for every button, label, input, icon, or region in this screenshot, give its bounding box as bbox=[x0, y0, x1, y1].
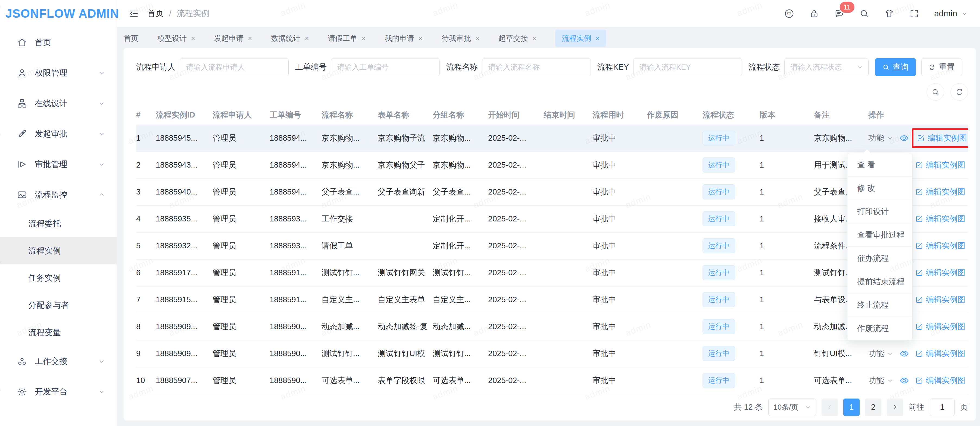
chevron-right-icon bbox=[891, 404, 899, 411]
process-instance-table: # 流程实例ID 流程申请人 工单编号 流程名称 表单名称 分组名称 开始时间 … bbox=[136, 105, 968, 394]
prev-page-button[interactable] bbox=[822, 399, 838, 416]
menu-item-view-approval-process[interactable]: 查看审批过程 bbox=[847, 223, 912, 247]
menu-item-view[interactable]: 查 看 bbox=[847, 153, 912, 177]
edit-instance-link[interactable]: 编辑实例图 bbox=[915, 348, 965, 359]
view-instance-button[interactable] bbox=[899, 133, 909, 143]
tab-start-request[interactable]: 发起申请× bbox=[214, 34, 252, 43]
menu-item-print-design[interactable]: 打印设计 bbox=[847, 200, 912, 223]
table-row[interactable]: 9 18885909... 管理员 1888590... 测试钉钉... 测试钉… bbox=[136, 340, 968, 367]
sidebar-item-process-monitor[interactable]: 流程监控 bbox=[0, 180, 116, 210]
top-header: 首页 / 流程实例 中 11 admin bbox=[117, 0, 980, 27]
table-row[interactable]: 2 18885943... 管理员 1888594... 京东购物... 京东购… bbox=[136, 152, 968, 179]
table-header: # 流程实例ID 流程申请人 工单编号 流程名称 表单名称 分组名称 开始时间 … bbox=[136, 105, 968, 124]
tab-close-icon[interactable]: × bbox=[191, 34, 195, 43]
sidebar-item-home[interactable]: 首页 bbox=[0, 27, 116, 57]
sidebar-item-dev-platform[interactable]: 开发平台 bbox=[0, 377, 116, 407]
sidebar-subitem-process-variable[interactable]: 流程变量 bbox=[0, 319, 116, 346]
sidebar-item-approval-mgmt[interactable]: 审批管理 bbox=[0, 149, 116, 180]
status-badge: 运行中 bbox=[703, 158, 735, 172]
menu-item-urge-process[interactable]: 催办流程 bbox=[847, 247, 912, 270]
menu-item-invalidate-process[interactable]: 作废流程 bbox=[847, 317, 912, 340]
theme-button[interactable] bbox=[885, 9, 894, 19]
sidebar-subitem-process-delegate[interactable]: 流程委托 bbox=[0, 210, 116, 237]
next-page-button[interactable] bbox=[887, 399, 903, 416]
sidebar-subitem-task-instance[interactable]: 任务实例 bbox=[0, 265, 116, 292]
row-function-menu-trigger[interactable]: 功能 bbox=[868, 348, 893, 359]
app-logo: JSONFLOW ADMIN bbox=[0, 0, 116, 27]
order-no-input[interactable] bbox=[331, 58, 440, 76]
process-monitor-submenu: 流程委托 流程实例 任务实例 分配参与者 流程变量 bbox=[0, 210, 116, 346]
tab-draft-handover[interactable]: 起草交接× bbox=[498, 34, 536, 43]
table-row[interactable]: 1 18885945... 管理员 1888594... 京东购物... 京东购… bbox=[136, 124, 968, 152]
toggle-search-button[interactable] bbox=[927, 83, 944, 101]
messages-button[interactable]: 11 bbox=[834, 9, 844, 19]
tab-close-icon[interactable]: × bbox=[532, 34, 536, 43]
tab-pending-approval[interactable]: 待我审批× bbox=[442, 34, 479, 43]
tab-close-icon[interactable]: × bbox=[248, 34, 252, 43]
goto-page-input[interactable] bbox=[930, 399, 955, 416]
edit-instance-link[interactable]: 编辑实例图 bbox=[915, 241, 965, 251]
sidebar-item-online-design[interactable]: 在线设计 bbox=[0, 88, 116, 119]
tab-model-design[interactable]: 模型设计× bbox=[158, 34, 195, 43]
language-button[interactable]: 中 bbox=[784, 9, 794, 19]
edit-instance-link[interactable]: 编辑实例图 bbox=[915, 160, 965, 171]
sidebar-item-start-approval[interactable]: 发起审批 bbox=[0, 119, 116, 149]
row-function-menu-trigger[interactable]: 功能 bbox=[868, 133, 893, 144]
tab-close-icon[interactable]: × bbox=[305, 34, 309, 43]
sidebar-item-work-handover[interactable]: 工作交接 bbox=[0, 346, 116, 377]
search-button[interactable]: 查询 bbox=[875, 58, 916, 76]
edit-instance-link[interactable]: 编辑实例图 bbox=[915, 294, 965, 305]
collapse-menu-icon[interactable] bbox=[129, 9, 138, 18]
tab-close-icon[interactable]: × bbox=[475, 34, 479, 43]
lock-button[interactable] bbox=[809, 9, 819, 19]
edit-instance-link[interactable]: 编辑实例图 bbox=[915, 187, 965, 198]
tab-leave-order[interactable]: 请假工单× bbox=[328, 34, 366, 43]
tab-close-icon[interactable]: × bbox=[362, 34, 366, 43]
handover-icon bbox=[17, 356, 27, 367]
user-menu[interactable]: admin bbox=[934, 9, 968, 19]
menu-item-modify[interactable]: 修 改 bbox=[847, 177, 912, 200]
chevron-down-icon bbox=[887, 350, 893, 357]
table-row[interactable]: 5 18885932... 管理员 1888593... 请假工单 定制化开..… bbox=[136, 232, 968, 259]
menu-item-terminate-process[interactable]: 终止流程 bbox=[847, 294, 912, 317]
breadcrumb-home[interactable]: 首页 bbox=[147, 8, 164, 19]
table-row[interactable]: 6 18885917... 管理员 1888591... 测试钉钉... 测试钉… bbox=[136, 259, 968, 286]
edit-instance-link[interactable]: 编辑实例图 bbox=[915, 321, 965, 332]
table-row[interactable]: 7 18885915... 管理员 1888591... 自定义主... 自定义… bbox=[136, 286, 968, 313]
edit-instance-link[interactable]: 编辑实例图 bbox=[915, 214, 965, 225]
page-button-2[interactable]: 2 bbox=[865, 399, 881, 416]
flow-key-input[interactable] bbox=[633, 58, 742, 76]
tab-close-icon[interactable]: × bbox=[418, 34, 423, 43]
edit-instance-link[interactable]: 编辑实例图 bbox=[912, 128, 968, 148]
edit-instance-link[interactable]: 编辑实例图 bbox=[915, 267, 965, 278]
refresh-table-button[interactable] bbox=[951, 83, 968, 101]
applicant-input[interactable] bbox=[180, 58, 289, 76]
search-button-header[interactable] bbox=[859, 9, 869, 19]
table-row[interactable]: 10 18885907... 管理员 1888590... 可选表单... 表单… bbox=[136, 367, 968, 394]
view-instance-button[interactable] bbox=[899, 376, 909, 386]
cell-instance-id: 18885915... bbox=[156, 286, 213, 313]
tab-my-requests[interactable]: 我的申请× bbox=[385, 34, 423, 43]
tab-process-instance[interactable]: 流程实例× bbox=[555, 30, 606, 47]
sidebar-subitem-assign-participant[interactable]: 分配参与者 bbox=[0, 292, 116, 319]
flow-status-select[interactable]: 请输入流程状态 bbox=[784, 58, 869, 76]
tab-close-icon[interactable]: × bbox=[595, 34, 600, 43]
sidebar-item-permissions[interactable]: 权限管理 bbox=[0, 57, 116, 88]
edit-instance-link[interactable]: 编辑实例图 bbox=[915, 375, 965, 386]
fullscreen-button[interactable] bbox=[909, 9, 919, 19]
table-row[interactable]: 8 18885909... 管理员 1888590... 动态加减... 动态加… bbox=[136, 313, 968, 340]
sidebar-subitem-process-instance[interactable]: 流程实例 bbox=[0, 237, 116, 265]
tab-data-stats[interactable]: 数据统计× bbox=[271, 34, 309, 43]
fullscreen-icon bbox=[909, 9, 919, 19]
flow-name-input[interactable] bbox=[482, 58, 591, 76]
tab-home[interactable]: 首页 bbox=[124, 34, 138, 43]
view-instance-button[interactable] bbox=[899, 349, 909, 359]
table-row[interactable]: 4 18885935... 管理员 1888593... 工作交接 定制化开..… bbox=[136, 205, 968, 232]
table-row[interactable]: 3 18885940... 管理员 1888594... 父子表查... 父子表… bbox=[136, 179, 968, 205]
reset-button[interactable]: 重置 bbox=[921, 58, 962, 76]
menu-item-early-finish-process[interactable]: 提前结束流程 bbox=[847, 270, 912, 294]
language-icon: 中 bbox=[784, 9, 794, 19]
page-size-select[interactable]: 10条/页 bbox=[768, 399, 816, 416]
row-function-menu-trigger[interactable]: 功能 bbox=[868, 375, 893, 386]
page-button-1[interactable]: 1 bbox=[843, 399, 860, 416]
